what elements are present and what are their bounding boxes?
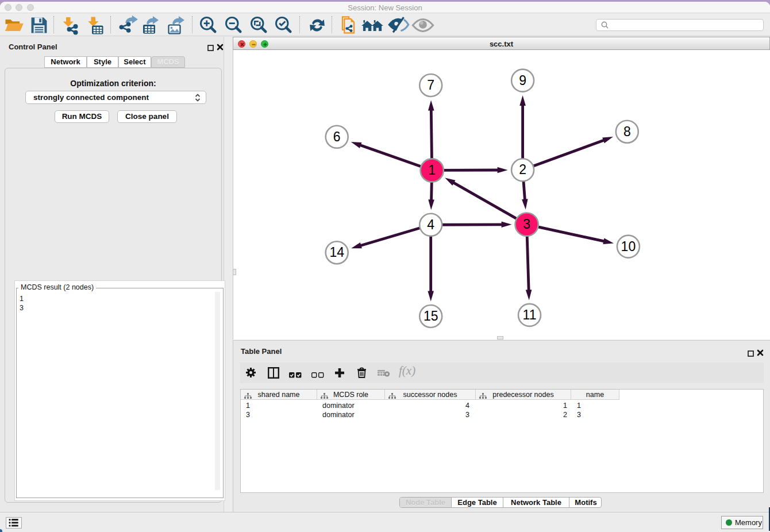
svg-text:15: 15 (424, 309, 438, 323)
svg-text:10: 10 (621, 239, 636, 254)
svg-text:9: 9 (519, 73, 526, 88)
svg-text:6: 6 (333, 129, 341, 144)
svg-text:14: 14 (329, 245, 344, 260)
svg-text:1: 1 (428, 163, 436, 178)
svg-text:11: 11 (523, 307, 537, 322)
svg-text:4: 4 (427, 217, 434, 232)
svg-text:2: 2 (519, 162, 526, 177)
svg-text:8: 8 (623, 124, 631, 139)
svg-text:3: 3 (523, 217, 530, 232)
svg-text:7: 7 (427, 78, 434, 92)
